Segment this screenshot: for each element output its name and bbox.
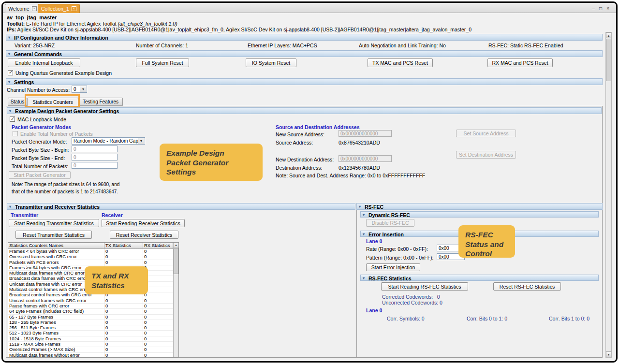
column-header-tx[interactable]: TX Statistics [104, 243, 143, 249]
byte-size-begin-input[interactable] [72, 146, 118, 152]
section-dynamic-rsfec[interactable]: Dynamic RS-FEC [360, 211, 599, 218]
toolkit-line: Toolkit: E-Tile Hard IP for Ethernet Agi… [7, 21, 177, 27]
table-row: 128 - 255 Byte Frames 0 0 [8, 320, 173, 325]
new-source-address-input[interactable] [339, 130, 392, 137]
table-scrollbar-thumb[interactable] [174, 248, 178, 274]
main-scrollbar[interactable]: ▲ ▼ [605, 32, 612, 358]
total-packets-label: Total Number of Packets: [12, 163, 68, 169]
tx-mac-pcs-reset-button[interactable]: TX MAC and PCS Reset [368, 58, 433, 67]
section-packet-generator[interactable]: Example Design Packet Generator Settings [7, 107, 602, 114]
ips-value: Agilex SI/SoC Dev Kit on sj-appslab8-400… [17, 27, 472, 32]
window-controls: – □ × [592, 6, 609, 11]
full-system-reset-button[interactable]: Full System Reset [136, 58, 189, 67]
reset-rx-stats-button[interactable]: Reset Receiver Statistics [110, 231, 178, 239]
toolkit-version: (alt_ehipc3_fm_toolkit 1.0) [118, 21, 177, 27]
table-row: Oversized Frames (> MAX Size) 0 0 [8, 347, 173, 352]
table-row: 1024 - 1518 Byte Frames 0 0 [8, 336, 173, 342]
mac-loopback-checkbox[interactable] [10, 116, 15, 122]
ip-field-channels: Number of Channels: 1 [136, 43, 188, 48]
disable-rsfec-button[interactable]: Disable RS-FEC [366, 219, 414, 227]
set-destination-address-button[interactable]: Set Destination Address [456, 151, 516, 159]
start-packet-generator-button[interactable]: Start Packet Generator [9, 171, 71, 179]
enable-total-packets-checkbox[interactable] [13, 131, 18, 136]
table-row: Frames < 64 bytes with CRC error 0 0 [8, 249, 173, 254]
start-error-injection-button[interactable]: Start Error Injection [366, 263, 420, 271]
destination-address-value: 0x123456780ADD [339, 165, 380, 171]
toolkit-label: Toolkit: [7, 21, 25, 27]
minimize-icon[interactable]: – [592, 6, 595, 11]
statistics-table-header: Statistics Counters Names TX Statistics … [8, 243, 173, 249]
rx-mac-pcs-reset-button[interactable]: RX MAC and PCS Reset [487, 58, 553, 67]
table-row: Multicast data frames without error 0 0 [8, 353, 173, 358]
enable-total-packets-label: Enable Total Number of Packets [20, 131, 93, 137]
tab-testing-features[interactable]: Testing Features [78, 98, 123, 106]
corr-symbols: Corr. Symbols: 0 [387, 316, 425, 321]
ip-field-layers: Ethernet IP Layers: MAC+PCS [248, 43, 317, 48]
tab-status[interactable]: Status [8, 98, 27, 106]
tab-close-icon[interactable]: × [72, 6, 76, 11]
statistics-table: Statistics Counters Names TX Statistics … [8, 242, 179, 358]
document-tabbar: Welcome × Collection_1 × – □ × [3, 3, 616, 13]
table-row: 65 - 127 Byte Frames 0 0 [8, 315, 173, 320]
tab-collection-1[interactable]: Collection_1 × [38, 4, 80, 13]
set-source-address-button[interactable]: Set Source Address [456, 130, 516, 137]
statistics-table-body: Frames < 64 bytes with CRC error 0 0 Ove… [8, 249, 178, 358]
table-row: Pause frames with CRC error 0 0 [8, 304, 173, 309]
new-destination-address-input[interactable] [339, 155, 392, 162]
section-rsfec[interactable]: RS-FEC [356, 203, 603, 210]
quartus-example-checkbox[interactable] [8, 70, 13, 75]
byte-size-end-input[interactable] [72, 154, 118, 160]
rate-label: Rate (Range: 0x00 - 0xFF): [366, 246, 428, 252]
quartus-example-label: Using Quartus Generated Example Design [15, 70, 112, 76]
source-address-value: 0x876543210ADD [339, 140, 380, 146]
total-packets-input[interactable] [72, 162, 118, 169]
restore-icon[interactable]: □ [599, 6, 602, 11]
section-tx-rx-statistics[interactable]: Transmitter and Receiver Statistics [7, 203, 355, 210]
start-reading-tx-stats-button[interactable]: Start Reading Transmitter Statistics [9, 219, 99, 227]
annotation-rsfec-status: RS-FEC Status and Control [458, 225, 515, 258]
column-header-rx[interactable]: RX Statistics [143, 243, 173, 249]
byte-size-end-label: Packet Byte Size - End: [12, 155, 65, 161]
column-header-names[interactable]: Statistics Counters Names [8, 243, 104, 249]
section-rsfec-statistics[interactable]: RS-FEC Statistics [360, 275, 599, 281]
enable-internal-loopback-button[interactable]: Enable Internal Loopback [8, 58, 80, 67]
section-ip-configuration[interactable]: IP Configuration and Other Information [6, 34, 603, 41]
table-row: 1519 - MAX Size Frames 0 0 [8, 342, 173, 347]
transmitter-title: Transmitter [11, 212, 38, 218]
annotation-tx-rx-statistics: TX and RX Statistics [85, 266, 148, 294]
corr-bits-0-to-1: Corr. Bits 0 to 1: 0 [467, 316, 507, 321]
receiver-title: Receiver [102, 212, 123, 218]
scroll-down-icon[interactable]: ▼ [606, 351, 611, 357]
scroll-up-icon[interactable]: ▲ [174, 243, 178, 248]
section-general-commands[interactable]: General Commands [6, 50, 603, 57]
channel-number-select[interactable]: 0 [72, 86, 87, 93]
ips-label: IPs: [7, 27, 16, 32]
toolkit-value: E-Tile Hard IP for Ethernet Agilex Toolk… [26, 21, 117, 27]
table-row: Packets with FCS errors 0 0 [8, 260, 173, 265]
packet-note-line2: that of the number of packets is 1 to 21… [12, 189, 118, 194]
tab-welcome[interactable]: Welcome × [5, 4, 40, 13]
start-reading-rsfec-stats-button[interactable]: Start Reading RS-FEC Statistics [381, 282, 468, 291]
table-scrollbar[interactable]: ▲ [173, 243, 178, 357]
io-system-reset-button[interactable]: IO System Reset [246, 58, 296, 67]
packet-generator-mode-select[interactable]: Random Mode - Random Gap [72, 137, 145, 145]
table-row: Oversized frames with CRC error 0 0 [8, 254, 173, 260]
annotation-packet-generator: Example Design Packet Generator Settings [160, 144, 263, 181]
new-destination-address-label: New Destination Address: [276, 157, 334, 162]
reset-tx-stats-button[interactable]: Reset Transmitter Statistics [15, 231, 92, 239]
destination-address-label: Destination Address: [276, 165, 322, 171]
table-row: 64 Byte Frames (includes CRC field) 0 0 [8, 309, 173, 314]
byte-size-begin-label: Packet Byte Size - Begin: [12, 147, 69, 153]
reset-rsfec-stats-button[interactable]: Reset RS-FEC Statistics [493, 282, 561, 291]
table-row: 256 - 511 Byte Frames 0 0 [8, 325, 173, 331]
section-settings[interactable]: Settings [6, 78, 603, 85]
close-icon[interactable]: × [606, 6, 609, 11]
packet-generator-mode-label: Packet Generator Mode: [12, 139, 67, 145]
statistics-counters-highlight [25, 94, 80, 107]
ip-field-autoneg: Auto Negotiation and Link Training: No [359, 43, 446, 48]
main-scrollbar-thumb[interactable] [606, 39, 611, 81]
scroll-up-icon[interactable]: ▲ [606, 32, 611, 38]
start-reading-rx-stats-button[interactable]: Start Reading Receiver Statistics [102, 219, 185, 227]
tab-close-icon[interactable]: × [32, 6, 37, 11]
mac-loopback-label: MAC Loopback Mode [17, 116, 66, 122]
